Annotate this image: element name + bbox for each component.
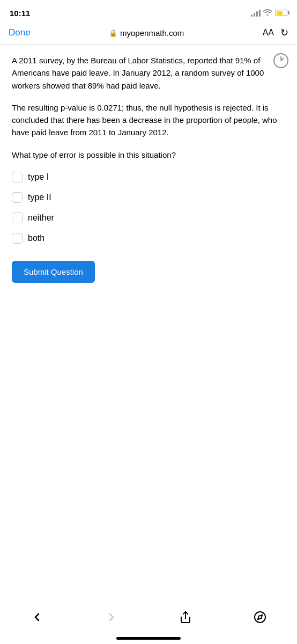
url-text: myopenmath.com <box>120 28 184 38</box>
option-type2[interactable]: type II <box>12 192 285 203</box>
option-type1[interactable]: type I <box>12 172 285 182</box>
status-time: 10:11 <box>10 9 30 18</box>
page-content: A 2011 survey, by the Bureau of Labor St… <box>0 45 297 596</box>
options-list: type I type II neither both <box>12 172 285 244</box>
browser-actions: AA ↻ <box>263 27 288 39</box>
lock-icon: 🔒 <box>109 29 117 37</box>
done-button[interactable]: Done <box>9 27 31 38</box>
svg-point-1 <box>255 612 265 623</box>
option-label-type1: type I <box>28 172 49 182</box>
back-button[interactable] <box>25 605 49 629</box>
option-neither[interactable]: neither <box>12 213 285 223</box>
status-icons <box>251 9 287 17</box>
bottom-nav <box>0 596 297 644</box>
aa-button[interactable]: AA <box>263 28 274 38</box>
svg-marker-2 <box>258 614 262 619</box>
status-bar: 10:11 <box>0 0 297 24</box>
home-bar <box>116 637 181 640</box>
clock-icon <box>273 53 288 68</box>
paragraph-2: The resulting p-value is 0.0271; thus, t… <box>12 101 285 139</box>
share-button[interactable] <box>174 605 197 629</box>
checkbox-neither[interactable] <box>12 213 23 223</box>
browser-bar: Done 🔒 myopenmath.com AA ↻ <box>0 24 297 45</box>
checkbox-type2[interactable] <box>12 192 23 203</box>
option-label-neither: neither <box>28 213 54 223</box>
question-text: What type of error is possible in this s… <box>12 149 285 161</box>
submit-button[interactable]: Submit Question <box>12 261 95 283</box>
wifi-icon <box>263 9 272 17</box>
option-label-both: both <box>28 233 44 243</box>
forward-button[interactable] <box>100 605 123 629</box>
paragraph-1: A 2011 survey, by the Bureau of Labor St… <box>12 54 285 92</box>
battery-icon <box>276 10 287 16</box>
url-bar: 🔒 myopenmath.com <box>109 28 184 38</box>
option-both[interactable]: both <box>12 233 285 244</box>
compass-button[interactable] <box>248 605 272 629</box>
checkbox-type1[interactable] <box>12 172 23 182</box>
checkbox-both[interactable] <box>12 233 23 244</box>
option-label-type2: type II <box>28 193 51 202</box>
refresh-button[interactable]: ↻ <box>280 27 288 39</box>
signal-icon <box>251 9 261 17</box>
